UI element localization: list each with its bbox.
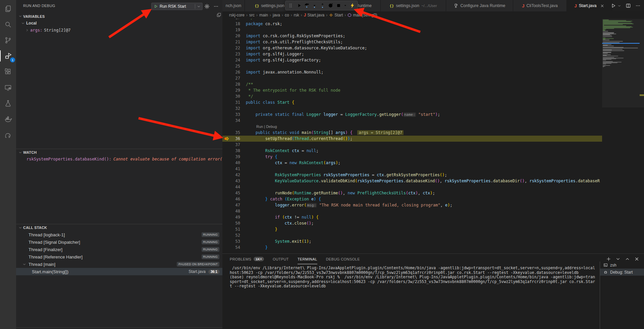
watch-expression-row[interactable]: rskSystemProperties.databaseKind(): Cann… (26, 156, 222, 162)
split-editor-icon[interactable] (216, 12, 221, 17)
gutter[interactable]: 38 (222, 148, 246, 154)
breadcrumb-item-src[interactable]: src (249, 13, 255, 17)
gutter[interactable]: 31 (222, 99, 246, 105)
tab-clitoolstest-java[interactable]: JCliToolsTest.java (513, 0, 567, 11)
gutter[interactable]: 34 (222, 117, 246, 124)
more-actions-icon[interactable] (635, 3, 641, 8)
paused-breakpoint-icon[interactable] (224, 136, 229, 141)
activity-extensions[interactable] (0, 64, 16, 80)
gutter[interactable]: 44 (222, 184, 246, 190)
breadcrumb-item-start[interactable]: Start (329, 13, 343, 17)
activity-testing[interactable] (0, 95, 16, 111)
terminal-item-debug-start[interactable]: Debug: Start (600, 269, 644, 276)
gutter[interactable]: 22 (222, 45, 246, 51)
gutter[interactable]: 35 (222, 130, 246, 136)
activity-docker[interactable] (0, 111, 16, 127)
lightning-icon[interactable] (350, 3, 355, 8)
code-editor[interactable]: 17 */18package co.rsk;1920import co.rsk.… (222, 19, 602, 253)
stop-icon[interactable] (336, 3, 341, 8)
terminal-output[interactable]: /usr/bin/env /Library/Internet\ Plug-Ins… (230, 266, 600, 329)
gutter[interactable]: 51 (222, 226, 246, 232)
gutter[interactable]: 54 (222, 244, 246, 250)
stack-thread[interactable]: Thread [main]PAUSED ON BREAKPOINT (16, 261, 222, 268)
gutter[interactable]: 23 (222, 51, 246, 57)
step-into-icon[interactable] (312, 3, 317, 8)
gutter[interactable]: 33 (222, 111, 246, 117)
breadcrumb-item-start-java[interactable]: JStart.java (304, 13, 324, 17)
gutter[interactable]: 50 (222, 220, 246, 226)
variables-section-header[interactable]: VARIABLES (16, 13, 222, 20)
step-over-icon[interactable] (304, 3, 310, 8)
breadcrumb-item-rskj-core[interactable]: rskj-core (229, 13, 245, 17)
stack-thread[interactable]: Thread [Signal Dispatcher]RUNNING (16, 238, 222, 246)
panel-tab-terminal[interactable]: TERMINAL (298, 254, 317, 264)
terminal-item-zsh[interactable]: zsh (600, 262, 644, 269)
breakpoints-section-header[interactable]: BREAKPOINTS (16, 327, 222, 329)
codelens-run-debug[interactable]: Run | Debug (256, 124, 277, 130)
gutter[interactable]: 30 (222, 93, 246, 99)
gutter[interactable]: 19 (222, 27, 246, 33)
gutter[interactable]: 47 (222, 202, 246, 208)
panel-tab-problems[interactable]: PROBLEMS1K+ (230, 254, 264, 264)
gutter[interactable]: 36 (222, 136, 246, 142)
watch-section-header[interactable]: WATCH (16, 149, 222, 156)
gutter[interactable]: 18 (222, 21, 246, 27)
chevron-down-small-icon[interactable] (343, 4, 347, 7)
gutter[interactable]: 43 (222, 178, 246, 184)
split-editor-icon[interactable] (626, 3, 631, 8)
stack-thread[interactable]: Thread [logback-1]RUNNING (16, 231, 222, 238)
gutter[interactable]: 42 (222, 172, 246, 178)
continue-icon[interactable] (296, 3, 302, 8)
stack-thread[interactable]: Thread [Reference Handler]RUNNING (16, 253, 222, 261)
tab-start-java[interactable]: JStart.java (567, 0, 612, 11)
gutter[interactable]: 26 (222, 69, 246, 75)
start-debug-icon[interactable] (154, 4, 158, 8)
stack-thread[interactable]: Thread [Finalizer]RUNNING (16, 246, 222, 253)
activity-remote-explorer[interactable] (0, 80, 16, 95)
panel-tab-output[interactable]: OUTPUT (273, 254, 289, 264)
chevron-down-icon[interactable] (621, 4, 621, 8)
gutter[interactable]: 46 (222, 196, 246, 202)
gutter[interactable]: 20 (222, 33, 246, 39)
activity-run-and-debug[interactable]: 1 (0, 48, 16, 64)
gutter[interactable]: 41 (222, 166, 246, 172)
call-stack-section-header[interactable]: CALL STACK (16, 224, 222, 231)
gutter[interactable]: 32 (222, 105, 246, 111)
variable-args[interactable]: args: String[2]@7 (25, 27, 71, 34)
breadcrumb-item-main[interactable]: main (259, 13, 268, 17)
gutter[interactable]: 24 (222, 57, 246, 63)
breadcrumb-item-co[interactable]: co (285, 13, 289, 17)
run-config-dropdown[interactable]: Run RSK Start (151, 3, 203, 10)
gutter[interactable]: 21 (222, 39, 246, 45)
gutter[interactable]: 52 (222, 232, 246, 238)
more-actions-icon[interactable] (213, 4, 219, 9)
restart-icon[interactable] (328, 3, 333, 8)
minimap[interactable] (602, 19, 644, 253)
panel-tab-debug-console[interactable]: DEBUG CONSOLE (326, 254, 360, 264)
gutter[interactable]: 45 (222, 190, 246, 196)
variables-scope-local[interactable]: Local (21, 20, 37, 27)
gutter[interactable]: 29 (222, 87, 246, 93)
stack-frame[interactable]: Start.main(String[])Start.java36:1 (16, 268, 222, 275)
gutter[interactable]: 49 (222, 214, 246, 220)
run-file-icon[interactable] (611, 3, 616, 8)
tab-nch-json[interactable]: nch.json (222, 0, 245, 11)
gutter[interactable]: 25 (222, 63, 246, 69)
gutter[interactable]: 37 (222, 142, 246, 148)
close-icon[interactable] (600, 4, 604, 8)
activity-source-control[interactable] (0, 32, 16, 48)
chevron-down-icon[interactable] (615, 256, 621, 262)
gutter[interactable]: 48 (222, 208, 246, 214)
chevron-up-icon[interactable] (625, 256, 630, 262)
breadcrumb-item-main-string[interactable]: main(String[]) (347, 13, 377, 17)
plus-icon[interactable] (606, 256, 611, 262)
activity-explorer[interactable] (0, 1, 16, 16)
gutter[interactable]: 40 (222, 160, 246, 166)
chevron-right-icon[interactable] (25, 29, 29, 32)
gutter[interactable]: 28 (222, 81, 246, 87)
gutter[interactable]: 53 (222, 238, 246, 244)
breadcrumb-item-java[interactable]: java (273, 13, 280, 17)
gutter[interactable]: 39 (222, 154, 246, 160)
gear-icon[interactable] (204, 4, 210, 9)
step-out-icon[interactable] (320, 3, 325, 8)
